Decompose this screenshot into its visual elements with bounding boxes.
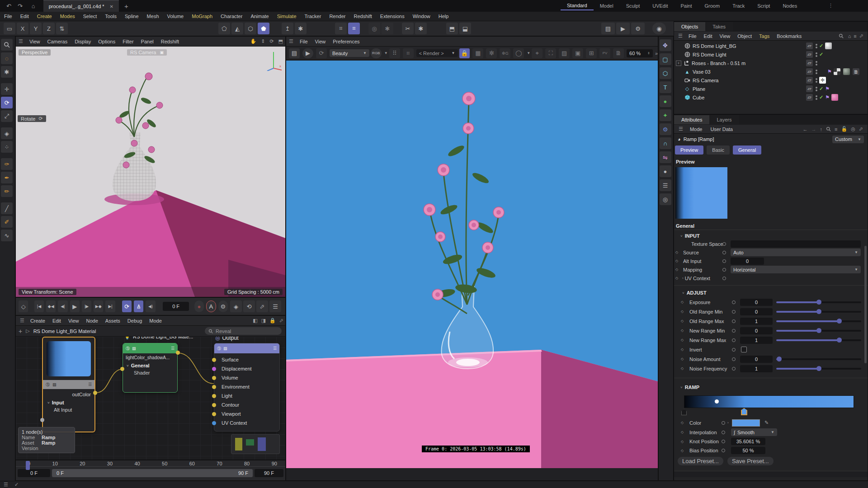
node-editor-hamburger-icon[interactable]: ☰ [20, 318, 24, 324]
layout-tab[interactable]: Groom [698, 2, 726, 10]
viewport-menu-item[interactable]: Options [94, 39, 119, 44]
prev-frame-icon[interactable]: ◀| [58, 300, 67, 312]
object-row[interactable]: RS Dome Light_BG ▱ ✓ [674, 42, 868, 50]
layout-tab[interactable]: Nodes [776, 2, 803, 10]
key-position-icon[interactable]: ◈ [230, 300, 242, 312]
zoom-level-field[interactable]: 60 %⇕ [627, 49, 653, 57]
live-selection-icon[interactable]: ◌ [1, 52, 13, 64]
rendered-image[interactable]: Frame 0: 2026-03-05 13:03:58 (14.89s) [286, 61, 658, 468]
grid-snap-icon[interactable]: ⌗ [348, 23, 360, 34]
render-hamburger-icon[interactable]: ☰ [289, 38, 293, 44]
target-icon[interactable]: ◎ [660, 193, 671, 205]
preset-dropdown[interactable]: Custom▼ [832, 136, 864, 143]
node-editor-menu-item[interactable]: Mode [146, 318, 165, 324]
pen-line-icon[interactable]: ✐ [1, 216, 13, 228]
layout-tab[interactable]: Script [751, 2, 776, 10]
layout-overflow-icon[interactable]: ⋮ [828, 3, 833, 9]
popout-icon[interactable]: ⬀ [857, 126, 865, 132]
menu-item[interactable]: Help [434, 14, 453, 19]
invert-checkbox[interactable] [741, 347, 747, 352]
dome-shader-port[interactable] [120, 367, 124, 371]
viewport-menu-item[interactable]: Filter [119, 39, 137, 44]
current-frame-field[interactable]: 0 F [163, 302, 189, 311]
timeline-end-frame[interactable]: 90 F [255, 469, 283, 477]
search-tool-icon[interactable] [1, 39, 13, 51]
snapshot-icon[interactable]: ✼ [486, 48, 497, 58]
rectangle-select-icon[interactable]: ▢ [660, 53, 671, 65]
layout-tab[interactable]: Standard [561, 1, 594, 10]
attribute-tab-button[interactable]: Preview [675, 145, 703, 155]
output-port-row[interactable]: Contour [214, 400, 279, 409]
scale-tool-icon[interactable]: ⤢ [1, 110, 13, 122]
pixel-grid-icon[interactable]: ⠿ [389, 48, 400, 58]
close-tab-icon[interactable]: ✕ [110, 4, 113, 9]
menu-item[interactable]: File [0, 14, 16, 19]
output-port-row[interactable]: Surface [214, 355, 279, 364]
solo-icon[interactable]: Ⓢ [46, 382, 50, 388]
axis-z-button[interactable]: Z [43, 23, 55, 34]
node-menu-icon[interactable]: ☰ [88, 382, 92, 387]
bias-position-field[interactable]: 50 % [731, 447, 765, 454]
menu-item[interactable]: Simulate [273, 14, 301, 19]
timeline-current-frame[interactable]: 0 F [18, 469, 50, 477]
lock-icon[interactable]: 🔓 [839, 126, 849, 132]
pan-view-icon[interactable]: ✋ [248, 38, 259, 44]
pen-spline-icon[interactable]: ✑ [1, 158, 13, 170]
search-icon[interactable] [826, 127, 831, 131]
render-menu-item[interactable]: File [296, 39, 311, 44]
node-editor-menu-item[interactable]: Assets [102, 318, 124, 324]
node-search-box[interactable]: Reveal [205, 327, 282, 335]
key-rotation-icon[interactable]: ⟲ [243, 300, 255, 312]
picture-viewer-icon[interactable]: PV [599, 48, 610, 58]
eyedropper-icon[interactable]: ✎ [764, 420, 769, 426]
menu-item[interactable]: Volume [163, 14, 188, 19]
preview-icon[interactable]: ▨ [52, 382, 57, 387]
channel-caret-icon[interactable]: ▼ [384, 51, 388, 55]
ramp-gradient-bar[interactable] [684, 395, 854, 408]
clapboard-icon[interactable]: ▤ [289, 48, 300, 58]
material-tag-pink[interactable] [831, 94, 838, 101]
aov-dropdown[interactable]: Beauty▼ [330, 49, 369, 57]
node-editor-menu-item[interactable]: Create [27, 318, 49, 324]
menu-item[interactable]: Edit [16, 14, 33, 19]
cube-primitive-icon[interactable]: ⬡ [660, 67, 671, 79]
axis-lock-icon[interactable]: ◎ [368, 23, 380, 34]
prev-key-icon[interactable]: ◆◀ [46, 300, 56, 312]
viewport-menu-item[interactable]: View [26, 39, 44, 44]
node-menu-icon[interactable]: ☰ [273, 346, 277, 351]
panel-tab[interactable]: Takes [705, 22, 733, 31]
lock-panel-icon[interactable]: 🔒 [268, 318, 278, 324]
user-data-menu[interactable]: User Data [706, 127, 737, 132]
panel-tab[interactable]: Attributes [674, 115, 709, 124]
view-label[interactable]: Perspective [19, 49, 51, 56]
filter-icon[interactable]: ≡ [852, 33, 858, 39]
glass-material-tag[interactable] [843, 68, 850, 75]
node-editor-menu-item[interactable]: Node [83, 318, 102, 324]
transform-tool-icon[interactable]: ◈ [1, 127, 13, 139]
axis-y-button[interactable]: Y [30, 23, 42, 34]
popout-panel-icon[interactable]: ⬀ [278, 318, 285, 324]
interactive-render-icon[interactable]: ◉ [652, 23, 666, 34]
menu-item[interactable]: Tools [101, 14, 121, 19]
lock-render-icon[interactable]: 🔒 [459, 48, 470, 58]
adjust-section-header[interactable]: ˅ADJUST [674, 285, 868, 297]
primitive-icon-2[interactable]: ◭ [231, 23, 243, 34]
object-row[interactable]: Cube ▱ ✓ ⚑ [674, 93, 868, 102]
search-icon[interactable] [839, 33, 844, 38]
modeling-tool-icon[interactable]: ⬟ [258, 23, 269, 34]
fit-image-icon[interactable]: ⛶ [545, 48, 556, 58]
key-scale-icon[interactable]: ⬀ [256, 300, 268, 312]
render-menu-item[interactable]: Preferences [329, 39, 363, 44]
ramp-section-header[interactable]: ˅RAMP [674, 378, 868, 392]
focus-region-icon[interactable]: ⌖ [532, 48, 542, 58]
restart-render-icon[interactable]: ⟳ [316, 48, 327, 58]
objects-menu-item[interactable]: Edit [700, 33, 716, 39]
mapping-dropdown[interactable]: Horizontal▼ [731, 266, 861, 273]
tool-settings-icon[interactable]: ✱ [415, 23, 427, 34]
panel-tab[interactable]: Layers [709, 115, 739, 124]
edit-toggle[interactable]: ▱ [806, 60, 813, 66]
material-tag-white[interactable] [825, 42, 832, 49]
objects-menu-item[interactable]: Object [734, 33, 755, 39]
old-range-max-slider[interactable] [776, 320, 861, 322]
new-range-min-slider[interactable] [776, 330, 861, 332]
